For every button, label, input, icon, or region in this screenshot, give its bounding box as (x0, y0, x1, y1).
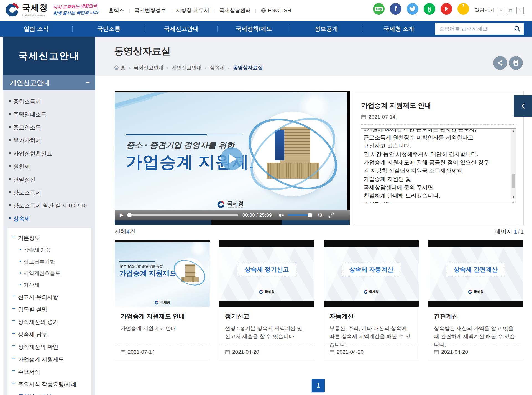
link-english[interactable]: ENGLISH (261, 7, 291, 14)
link-regional-offices[interactable]: 지방청·세무서 (176, 7, 209, 14)
submenu-item-business-succession-support[interactable]: 가업승계 지원제도 (11, 353, 89, 366)
social-links: blog f N ’ (373, 3, 469, 15)
font-smaller-button[interactable]: − (498, 7, 505, 14)
video-card-thumbnail: 상속세 정기신고 국세청 (219, 240, 314, 307)
submenu-item-video-library[interactable]: 동영상자료실 (11, 391, 89, 395)
seek-track[interactable] (131, 214, 238, 216)
play-button[interactable]: ▶ (120, 212, 123, 218)
transcript-viewport: 1개월에 60시간 미만 근로하는 단시간 근로자, 근로소득세 원천징수 미확… (364, 129, 509, 203)
video-screen[interactable]: 중소 · 중견기업 경영자를 위한 가업승계 지원제도 (115, 91, 350, 210)
volume-slider[interactable] (288, 214, 312, 216)
nts-logo[interactable]: 국세청 National Tax Service (5, 2, 48, 17)
mute-button[interactable] (278, 212, 285, 219)
settings-button[interactable]: ⚙ (318, 212, 323, 218)
blog-icon[interactable]: blog (373, 3, 385, 15)
video-card-thumbnail: 상속세 자동계산 국세청 (324, 240, 419, 307)
sidebar-item-religious-income[interactable]: 종교인소득 (3, 121, 95, 134)
video-card-body: 자동계산 부동산, 주식, 기타 재산의 상속에 따른 상속세 세액계산을 해볼… (324, 307, 419, 349)
video-card[interactable]: 상속세 자동계산 국세청 자동계산 부동산, 주식, 기타 재산의 상속에 따른… (324, 240, 419, 359)
share-button[interactable] (493, 56, 507, 70)
facebook-icon[interactable]: f (390, 3, 401, 15)
submenu-item-main-forms[interactable]: 주요서식 (11, 366, 89, 378)
scrollbar-up-arrow[interactable]: ▲ (511, 129, 516, 133)
sidebar-item-withholding-tax[interactable]: 원천세 (3, 160, 95, 173)
scrollbar-down-arrow[interactable]: ▼ (511, 195, 516, 199)
link-tax-call-center[interactable]: 국세상담센터 (219, 7, 251, 14)
thumb-letterbox-bar (219, 240, 314, 247)
submenu-item-filing-deadline[interactable]: 신고납부기한 (11, 256, 89, 268)
collapse-minus-icon[interactable]: − (86, 78, 90, 87)
video-card[interactable]: 중소·중견기업 경영자를 위한 가업승계 지원제도 국세청 가업승계 지원제도 … (115, 240, 210, 359)
sidebar-item-year-end-settlement[interactable]: 연말정산 (3, 173, 95, 186)
breadcrumb-personal-filing[interactable]: 개인신고안내 (172, 64, 202, 71)
transcript-textarea[interactable]: 1개월에 60시간 미만 근로하는 단시간 근로자, 근로소득세 원천징수 미확… (361, 128, 516, 204)
submenu-item-property-confirmation[interactable]: 상속재산의 확인 (11, 341, 89, 353)
sidebar-item-inheritance-tax[interactable]: 상속세 (3, 212, 95, 225)
breadcrumb-inheritance-tax[interactable]: 상속세 (210, 64, 225, 71)
nav-item-communication[interactable]: 국민소통 (73, 21, 145, 37)
thumb-letterbox-bar (428, 240, 523, 247)
art-divider-line (126, 134, 207, 135)
textarea-resize-grip[interactable] (512, 200, 515, 203)
naver-letter: N (428, 6, 431, 12)
video-card-title[interactable]: 자동계산 (329, 312, 413, 320)
video-art-kicker: 중소 · 중견기업 경영자를 위한 (126, 140, 234, 151)
nav-item-tax-policy[interactable]: 국세정책/제도 (218, 21, 290, 37)
main-content: 동영상자료실 홈 › 국세신고안내 › 개인신고안내 › 상속세 › 동영상자료… (95, 37, 532, 395)
sidebar-item-capital-gains-top10[interactable]: 양도소득세 월간 질의 TOP 10 (3, 199, 95, 212)
nav-item-info-disclosure[interactable]: 정보공개 (290, 21, 363, 37)
thumb-divider-line (119, 261, 155, 262)
video-card-title[interactable]: 가업승계 지원제도 안내 (121, 312, 204, 320)
seek-bar[interactable] (127, 213, 238, 217)
submenu-item-penalty-tax[interactable]: 가산세 (11, 279, 89, 291)
video-card[interactable]: 상속세 정기신고 국세청 정기신고 설명 : 정기분 상속세 세액계산 및 신고… (219, 240, 314, 359)
sidebar-item-business-status-report[interactable]: 사업장현황신고 (3, 147, 95, 160)
sidebar-item-capital-gains-tax[interactable]: 양도소득세 (3, 186, 95, 199)
pagination-page-1[interactable]: 1 (312, 379, 325, 392)
submenu-item-item-explanations[interactable]: 항목별 설명 (11, 303, 89, 316)
naver-icon[interactable]: N (424, 3, 435, 15)
submenu-item-inheritance-overview[interactable]: 상속세 개요 (11, 244, 89, 256)
twitter-icon[interactable] (407, 3, 418, 15)
video-card-body: 가업승계 지원제도 안내 가업승계 지원제도 안내 (115, 307, 210, 332)
video-card-title[interactable]: 간편계산 (434, 312, 518, 320)
sidebar-accordion-personal-filing[interactable]: 개인신고안내 − (3, 75, 95, 90)
font-larger-button[interactable]: + (516, 7, 524, 14)
sidebar-item-housing-rental-income[interactable]: 주택임대소득 (3, 108, 95, 121)
submenu-item-basic-info[interactable]: 기본정보 (11, 232, 89, 244)
panel-collapse-tab[interactable] (514, 95, 532, 117)
scrollbar-thumb[interactable] (512, 174, 515, 188)
global-nav: 알림·소식 국민소통 국세신고안내 국세정책/제도 정보공개 국세청 소개 (0, 21, 532, 37)
youtube-icon[interactable] (441, 3, 452, 15)
video-card[interactable]: 상속세 간편계산 국세청 간편계산 상속받은 재산의 가액을 알고 있을때 간편… (428, 240, 523, 359)
sidebar-item-vat[interactable]: 부가가치세 (3, 134, 95, 147)
link-hometax[interactable]: 홈택스 (109, 7, 124, 14)
search-button[interactable] (511, 23, 524, 35)
print-button[interactable] (509, 56, 523, 70)
nav-item-about-nts[interactable]: 국세청 소개 (362, 21, 435, 37)
video-card-title[interactable]: 정기신고 (225, 312, 309, 320)
breadcrumb-home[interactable]: 홈 (114, 64, 126, 71)
sidebar-item-comprehensive-income-tax[interactable]: 종합소득세 (3, 95, 95, 108)
submenu-item-form-guides[interactable]: 주요서식 작성요령/사례 (11, 378, 89, 391)
slogan-image: 다시 도약하는 대한민국 함께 잘사는 국민의 나라 (53, 3, 98, 16)
fullscreen-button[interactable] (328, 212, 334, 218)
kakao-icon[interactable]: ’ (457, 3, 469, 15)
player-bottom-strip (115, 220, 350, 225)
font-reset-button[interactable]: □ (507, 7, 514, 14)
nav-item-notice[interactable]: 알림·소식 (0, 21, 73, 37)
video-card-date: 2021-07-14 (128, 349, 155, 355)
nav-item-tax-filing-guide[interactable]: 국세신고안내 (145, 21, 218, 37)
video-info-panel: 가업승계 지원제도 안내 2021-07-14 1개월에 60시간 미만 근로하… (354, 91, 524, 225)
search-input[interactable] (435, 26, 511, 32)
transcript-scrollbar[interactable]: ▲ ▼ (511, 129, 516, 199)
breadcrumb-tax-filing-guide[interactable]: 국세신고안내 (134, 64, 163, 71)
link-tax-law-info[interactable]: 국세법령정보 (134, 7, 166, 14)
play-overlay-button[interactable] (221, 147, 243, 170)
sidebar: 국세신고안내 개인신고안내 − 종합소득세 주택임대소득 종교인소득 부가가치세… (3, 37, 95, 395)
submenu-item-tax-calc-flow[interactable]: 세액계산흐름도 (11, 268, 89, 279)
volume-knob[interactable] (308, 213, 312, 217)
submenu-item-filing-cautions[interactable]: 신고시 유의사항 (11, 291, 89, 303)
submenu-item-property-valuation[interactable]: 상속재산의 평가 (11, 316, 89, 328)
submenu-item-inheritance-payment[interactable]: 상속세 납부 (11, 328, 89, 341)
